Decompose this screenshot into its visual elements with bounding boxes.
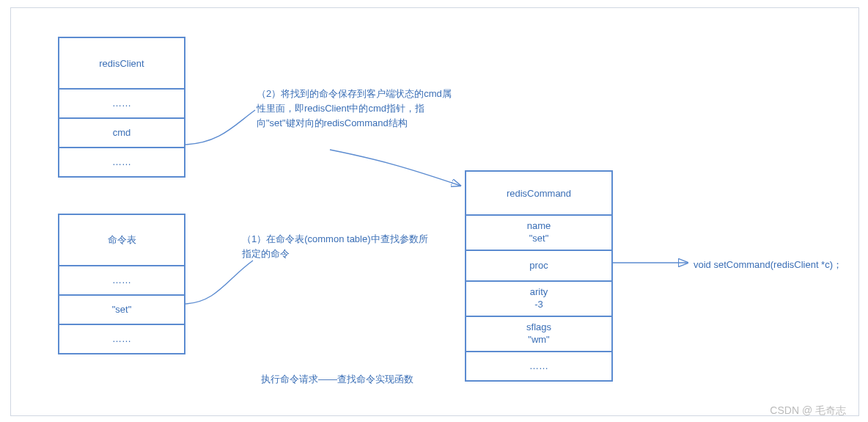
redisclient-row-cmd: cmd bbox=[59, 118, 185, 148]
rediscommand-field-value: "set" bbox=[529, 233, 549, 245]
annotation-step1: （1）在命令表(common table)中查找参数所指定的命令 bbox=[242, 232, 433, 261]
rediscommand-row-arity: arity -3 bbox=[466, 281, 612, 316]
rediscommand-field-label: name bbox=[527, 220, 551, 233]
redisclient-table: redisClient …… cmd …… bbox=[58, 37, 185, 178]
command-table-row-set: "set" bbox=[59, 295, 185, 324]
proc-signature: void setCommand(redisClient *c)； bbox=[694, 258, 842, 272]
redisclient-title: redisClient bbox=[59, 37, 185, 89]
rediscommand-row-ellipsis: …… bbox=[466, 352, 612, 381]
rediscommand-row-name: name "set" bbox=[466, 215, 612, 250]
command-table-row: …… bbox=[59, 266, 185, 295]
rediscommand-table: redisCommand name "set" proc arity -3 sf… bbox=[465, 170, 613, 382]
rediscommand-field-value: "wm" bbox=[528, 334, 549, 346]
watermark-text: CSDN @ 毛奇志 bbox=[770, 404, 846, 418]
redisclient-row: …… bbox=[59, 89, 185, 118]
rediscommand-field-label: arity bbox=[530, 286, 548, 299]
redisclient-row: …… bbox=[59, 148, 185, 177]
rediscommand-row-proc: proc bbox=[466, 250, 612, 281]
command-table-title: 命令表 bbox=[59, 214, 185, 266]
rediscommand-field-label: sflags bbox=[526, 321, 551, 334]
rediscommand-field-label: proc bbox=[529, 260, 548, 272]
command-table: 命令表 …… "set" …… bbox=[58, 214, 185, 354]
diagram-caption: 执行命令请求——查找命令实现函数 bbox=[261, 373, 413, 386]
annotation-step2: （2）将找到的命令保存到客户端状态的cmd属性里面，即redisClient中的… bbox=[257, 87, 455, 131]
rediscommand-field-label: …… bbox=[529, 360, 548, 373]
rediscommand-row-sflags: sflags "wm" bbox=[466, 316, 612, 352]
rediscommand-field-value: -3 bbox=[534, 299, 543, 311]
rediscommand-title: redisCommand bbox=[466, 171, 612, 215]
command-table-row: …… bbox=[59, 324, 185, 354]
